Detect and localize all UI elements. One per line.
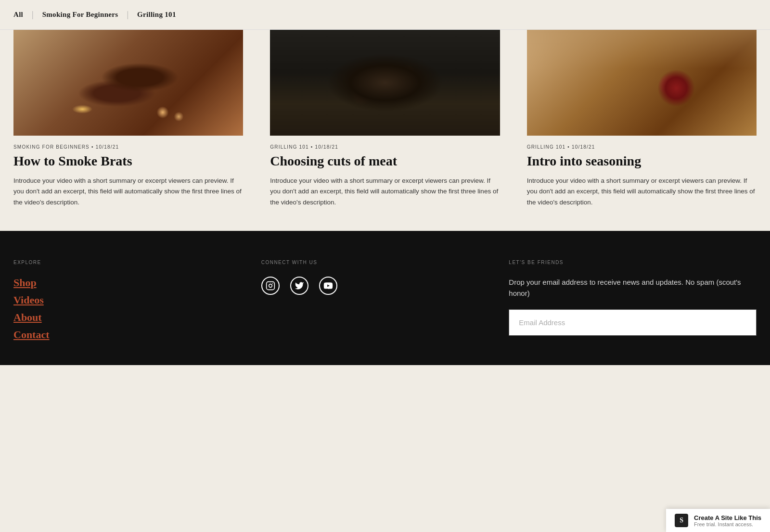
video-grid: SMOKING FOR BEGINNERS • 10/18/21 How to … [0, 30, 770, 231]
footer-link-about[interactable]: About [13, 311, 261, 324]
video-excerpt-2: Introduce your video with a short summar… [270, 176, 500, 208]
youtube-icon[interactable] [319, 277, 337, 295]
footer-friends: LET'S BE FRIENDS Drop your email address… [509, 260, 757, 346]
video-title-3: Intro into seasoning [527, 153, 757, 169]
instagram-icon[interactable] [261, 277, 280, 295]
svg-point-1 [269, 284, 272, 288]
video-thumbnail-1 [13, 30, 243, 136]
footer-explore-label: EXPLORE [13, 260, 261, 265]
filter-all[interactable]: All [13, 9, 23, 21]
video-meta-3: GRILLING 101 • 10/18/21 [527, 144, 757, 150]
video-title-1: How to Smoke Brats [13, 153, 243, 169]
twitter-icon[interactable] [290, 277, 308, 295]
footer-friends-description: Drop your email address to receive news … [509, 277, 757, 299]
footer: EXPLORE Shop Videos About Contact CONNEC… [0, 231, 770, 365]
video-card-2[interactable]: GRILLING 101 • 10/18/21 Choosing cuts of… [257, 30, 513, 231]
email-input[interactable] [509, 309, 757, 336]
footer-link-videos[interactable]: Videos [13, 294, 261, 306]
footer-link-contact[interactable]: Contact [13, 329, 261, 341]
footer-link-shop[interactable]: Shop [13, 277, 261, 289]
video-thumbnail-3 [527, 30, 757, 136]
footer-explore: EXPLORE Shop Videos About Contact [13, 260, 261, 346]
video-meta-1: SMOKING FOR BEGINNERS • 10/18/21 [13, 144, 243, 150]
video-meta-2: GRILLING 101 • 10/18/21 [270, 144, 500, 150]
video-excerpt-1: Introduce your video with a short summar… [13, 176, 243, 208]
footer-friends-label: LET'S BE FRIENDS [509, 260, 757, 265]
filter-smoking[interactable]: Smoking For Beginners [42, 9, 118, 21]
video-thumbnail-2 [270, 30, 500, 136]
video-excerpt-3: Introduce your video with a short summar… [527, 176, 757, 208]
video-title-2: Choosing cuts of meat [270, 153, 500, 169]
filter-separator-1: | [32, 10, 34, 20]
video-card-1[interactable]: SMOKING FOR BEGINNERS • 10/18/21 How to … [0, 30, 257, 231]
filter-nav: All | Smoking For Beginners | Grilling 1… [0, 0, 770, 30]
footer-connect-label: CONNECT WITH US [261, 260, 509, 265]
svg-point-2 [272, 283, 273, 284]
filter-grilling[interactable]: Grilling 101 [137, 9, 176, 21]
footer-connect: CONNECT WITH US [261, 260, 509, 346]
video-card-3[interactable]: GRILLING 101 • 10/18/21 Intro into seaso… [513, 30, 770, 231]
svg-rect-0 [266, 282, 274, 290]
filter-separator-2: | [127, 10, 128, 20]
social-icons [261, 277, 509, 295]
